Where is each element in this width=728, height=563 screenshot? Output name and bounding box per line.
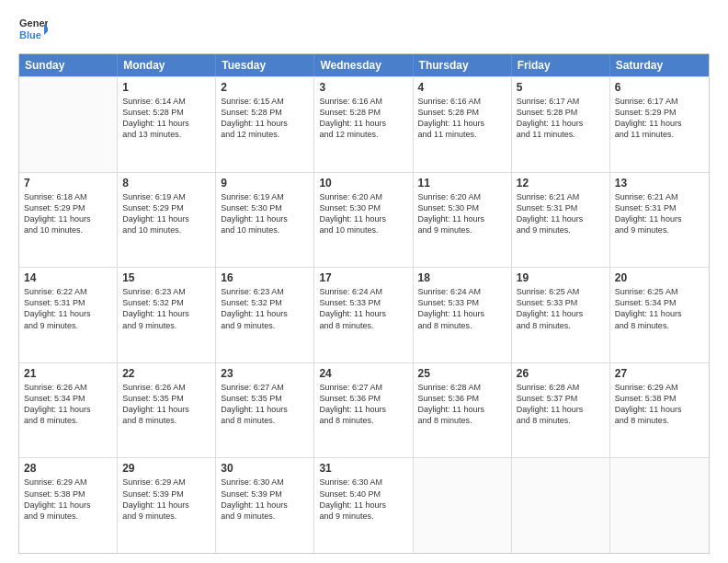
cell-info-line: and 8 minutes. (517, 320, 605, 331)
day-cell-11: 11Sunrise: 6:20 AMSunset: 5:30 PMDayligh… (414, 173, 512, 268)
cell-info-line: Daylight: 11 hours (319, 404, 407, 415)
cell-info-line: and 9 minutes. (24, 320, 112, 331)
cell-info-line: Daylight: 11 hours (615, 308, 704, 319)
cell-info-line: Daylight: 11 hours (122, 213, 210, 224)
day-number: 19 (517, 271, 605, 284)
day-cell-18: 18Sunrise: 6:24 AMSunset: 5:33 PMDayligh… (414, 268, 512, 362)
day-cell-9: 9Sunrise: 6:19 AMSunset: 5:30 PMDaylight… (216, 173, 314, 268)
day-number: 8 (122, 177, 210, 190)
cell-info-line: Sunset: 5:33 PM (418, 297, 506, 308)
cell-info-line: and 10 minutes. (319, 224, 407, 236)
cell-info-line: and 8 minutes. (418, 415, 506, 426)
day-cell-15: 15Sunrise: 6:23 AMSunset: 5:32 PMDayligh… (118, 268, 216, 362)
cell-info-line: Daylight: 11 hours (221, 118, 309, 129)
cell-info-line: Sunrise: 6:24 AM (319, 286, 407, 297)
cell-info-line: Sunrise: 6:14 AM (122, 96, 210, 107)
cell-info-line: Sunset: 5:38 PM (24, 488, 112, 500)
day-cell-19: 19Sunrise: 6:25 AMSunset: 5:33 PMDayligh… (512, 268, 610, 362)
day-number: 31 (319, 462, 407, 475)
cell-info-line: Sunrise: 6:23 AM (221, 286, 309, 297)
cell-info-line: Sunset: 5:28 PM (221, 107, 309, 118)
day-cell-16: 16Sunrise: 6:23 AMSunset: 5:32 PMDayligh… (216, 268, 314, 362)
cell-info-line: and 8 minutes. (615, 320, 704, 331)
cell-info-line: Daylight: 11 hours (615, 404, 704, 415)
cell-info-line: Sunset: 5:32 PM (221, 297, 309, 308)
cell-info-line: Sunrise: 6:15 AM (221, 96, 309, 107)
day-number: 27 (615, 367, 704, 380)
calendar: SundayMondayTuesdayWednesdayThursdayFrid… (18, 53, 710, 554)
day-number: 13 (615, 177, 704, 190)
cell-info-line: Daylight: 11 hours (418, 404, 506, 415)
cell-info-line: and 9 minutes. (122, 511, 210, 522)
empty-cell-4-4 (414, 458, 512, 553)
cell-info-line: Sunrise: 6:23 AM (122, 286, 210, 297)
cell-info-line: Sunrise: 6:28 AM (517, 382, 605, 393)
cell-info-line: and 10 minutes. (24, 224, 112, 236)
cell-info-line: and 9 minutes. (24, 511, 112, 522)
cell-info-line: Sunset: 5:31 PM (615, 202, 704, 213)
header-day-friday: Friday (512, 54, 610, 76)
cell-info-line: Daylight: 11 hours (517, 118, 605, 129)
day-number: 23 (221, 367, 309, 380)
cell-info-line: Daylight: 11 hours (221, 308, 309, 319)
cell-info-line: Sunrise: 6:28 AM (418, 382, 506, 393)
day-number: 21 (24, 367, 112, 380)
cell-info-line: Daylight: 11 hours (517, 404, 605, 415)
week-row-5: 28Sunrise: 6:29 AMSunset: 5:38 PMDayligh… (19, 457, 709, 553)
cell-info-line: Sunrise: 6:21 AM (517, 191, 605, 202)
day-cell-7: 7Sunrise: 6:18 AMSunset: 5:29 PMDaylight… (19, 173, 118, 268)
cell-info-line: Daylight: 11 hours (24, 213, 112, 224)
cell-info-line: Sunset: 5:29 PM (122, 202, 210, 213)
cell-info-line: Sunrise: 6:16 AM (418, 96, 506, 107)
cell-info-line: Sunset: 5:31 PM (517, 202, 605, 213)
calendar-header: SundayMondayTuesdayWednesdayThursdayFrid… (19, 54, 709, 76)
day-number: 20 (615, 271, 704, 284)
cell-info-line: and 11 minutes. (517, 129, 605, 140)
header-day-tuesday: Tuesday (216, 54, 314, 76)
cell-info-line: Sunset: 5:39 PM (122, 488, 210, 500)
cell-info-line: Sunrise: 6:25 AM (615, 286, 704, 297)
day-number: 26 (517, 367, 605, 380)
cell-info-line: and 13 minutes. (122, 129, 210, 140)
day-number: 5 (517, 81, 605, 94)
day-number: 28 (24, 462, 112, 475)
cell-info-line: Sunrise: 6:18 AM (24, 191, 112, 202)
week-row-3: 14Sunrise: 6:22 AMSunset: 5:31 PMDayligh… (19, 267, 709, 362)
cell-info-line: Sunrise: 6:30 AM (319, 477, 407, 488)
cell-info-line: and 8 minutes. (24, 415, 112, 426)
cell-info-line: Sunset: 5:39 PM (221, 488, 309, 500)
day-cell-29: 29Sunrise: 6:29 AMSunset: 5:39 PMDayligh… (118, 458, 216, 553)
header-day-thursday: Thursday (414, 54, 512, 76)
cell-info-line: and 8 minutes. (615, 415, 704, 426)
calendar-body: 1Sunrise: 6:14 AMSunset: 5:28 PMDaylight… (19, 76, 709, 553)
empty-cell-4-5 (512, 458, 610, 553)
day-number: 1 (122, 81, 210, 94)
cell-info-line: and 8 minutes. (122, 415, 210, 426)
day-number: 11 (418, 177, 506, 190)
day-cell-28: 28Sunrise: 6:29 AMSunset: 5:38 PMDayligh… (19, 458, 118, 553)
cell-info-line: Sunset: 5:35 PM (221, 393, 309, 404)
day-cell-22: 22Sunrise: 6:26 AMSunset: 5:35 PMDayligh… (118, 363, 216, 458)
day-cell-3: 3Sunrise: 6:16 AMSunset: 5:28 PMDaylight… (314, 77, 413, 172)
day-cell-26: 26Sunrise: 6:28 AMSunset: 5:37 PMDayligh… (512, 363, 610, 458)
cell-info-line: Sunrise: 6:30 AM (221, 477, 309, 488)
day-cell-30: 30Sunrise: 6:30 AMSunset: 5:39 PMDayligh… (216, 458, 314, 553)
cell-info-line: Sunrise: 6:21 AM (615, 191, 704, 202)
cell-info-line: Sunset: 5:32 PM (122, 297, 210, 308)
cell-info-line: Sunrise: 6:17 AM (615, 96, 704, 107)
cell-info-line: Sunset: 5:31 PM (24, 297, 112, 308)
cell-info-line: and 9 minutes. (319, 511, 407, 522)
week-row-1: 1Sunrise: 6:14 AMSunset: 5:28 PMDaylight… (19, 76, 709, 172)
cell-info-line: Daylight: 11 hours (615, 118, 704, 129)
cell-info-line: Sunset: 5:28 PM (319, 107, 407, 118)
day-number: 3 (319, 81, 407, 94)
cell-info-line: Sunrise: 6:27 AM (319, 382, 407, 393)
cell-info-line: Daylight: 11 hours (418, 308, 506, 319)
cell-info-line: Sunrise: 6:22 AM (24, 286, 112, 297)
cell-info-line: and 9 minutes. (517, 224, 605, 236)
day-number: 16 (221, 271, 309, 284)
day-cell-27: 27Sunrise: 6:29 AMSunset: 5:38 PMDayligh… (610, 363, 709, 458)
cell-info-line: Daylight: 11 hours (24, 308, 112, 319)
cell-info-line: and 9 minutes. (221, 511, 309, 522)
cell-info-line: Sunrise: 6:26 AM (122, 382, 210, 393)
